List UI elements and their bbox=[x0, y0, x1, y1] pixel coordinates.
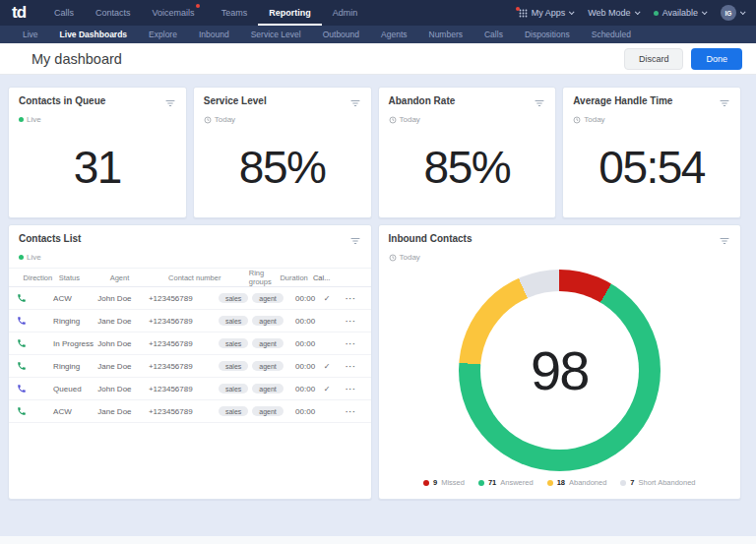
col-agent[interactable]: Agent bbox=[110, 273, 168, 282]
row-more-icon[interactable]: ··· bbox=[339, 362, 362, 371]
my-apps-menu[interactable]: My Apps bbox=[519, 8, 574, 18]
top-navbar: td Calls Contacts Voicemails Teams Repor… bbox=[0, 0, 756, 26]
status-cell: ACW bbox=[53, 407, 97, 416]
filter-icon[interactable] bbox=[349, 233, 361, 251]
topnav-right: My Apps Web Mode Available IG bbox=[519, 5, 744, 21]
clock-icon bbox=[204, 116, 212, 124]
status-cell: In Progress bbox=[53, 339, 97, 348]
chevron-down-icon bbox=[702, 9, 708, 15]
nav-item-contacts[interactable]: Contacts bbox=[85, 0, 142, 26]
call-direction-icon bbox=[17, 361, 53, 371]
col-status[interactable]: Status bbox=[59, 273, 110, 282]
status-cell: Ringing bbox=[53, 317, 97, 326]
user-menu[interactable]: IG bbox=[721, 5, 744, 21]
agent-cell: John Doe bbox=[97, 339, 149, 348]
col-direction[interactable]: Direction bbox=[17, 273, 59, 282]
row-more-icon[interactable]: ··· bbox=[339, 294, 362, 303]
table-row[interactable]: Queued John Doe +123456789 salesagent 00… bbox=[9, 378, 371, 400]
donut-chart[interactable]: 98 bbox=[459, 270, 661, 471]
apps-grid-icon bbox=[519, 9, 528, 18]
row-more-icon[interactable]: ··· bbox=[339, 317, 362, 326]
nav-item-voicemails[interactable]: Voicemails bbox=[142, 0, 211, 26]
contact-number-cell: +123456789 bbox=[149, 317, 219, 326]
call-direction-icon bbox=[17, 316, 53, 326]
ring-group-tag: agent bbox=[252, 316, 284, 326]
subnav-outbound[interactable]: Outbound bbox=[312, 26, 370, 43]
table-row[interactable]: In Progress John Doe +123456789 salesage… bbox=[9, 332, 371, 355]
table-row[interactable]: Ringing Jane Doe +123456789 salesagent 0… bbox=[9, 355, 371, 378]
filter-icon[interactable] bbox=[164, 95, 176, 113]
app-logo[interactable]: td bbox=[12, 3, 26, 23]
contact-number-cell: +123456789 bbox=[149, 294, 219, 303]
filter-icon[interactable] bbox=[719, 233, 730, 251]
table-row[interactable]: ACW John Doe +123456789 salesagent 00:00… bbox=[9, 287, 371, 310]
subnav-calls[interactable]: Calls bbox=[473, 26, 514, 43]
widget-title: Inbound Contacts bbox=[389, 233, 472, 244]
chevron-down-icon bbox=[635, 9, 641, 15]
donut-hole: 98 bbox=[480, 291, 639, 450]
subnav-explore[interactable]: Explore bbox=[138, 26, 188, 43]
done-button[interactable]: Done bbox=[691, 48, 742, 70]
ring-group-tag: sales bbox=[219, 293, 248, 303]
agent-cell: John Doe bbox=[97, 294, 149, 303]
nav-item-reporting[interactable]: Reporting bbox=[258, 0, 322, 26]
widget-contacts-list: Contacts List Live Direction Status Agen… bbox=[8, 224, 372, 500]
col-ring-groups[interactable]: Ring groups bbox=[249, 269, 272, 286]
legend-short-abandoned[interactable]: 7 Short Abandoned bbox=[620, 478, 695, 487]
filter-icon[interactable] bbox=[719, 95, 730, 113]
subnav-service-level[interactable]: Service Level bbox=[240, 26, 312, 43]
subnav-inbound[interactable]: Inbound bbox=[188, 26, 240, 43]
contact-number-cell: +123456789 bbox=[149, 362, 219, 371]
widget-scope: Today bbox=[573, 115, 730, 124]
widget-title: Service Level bbox=[204, 95, 267, 106]
legend-abandoned[interactable]: 18 Abandoned bbox=[547, 478, 607, 487]
contact-number-cell: +123456789 bbox=[149, 407, 219, 416]
legend-missed[interactable]: 9 Missed bbox=[423, 478, 465, 487]
subnav-agents[interactable]: Agents bbox=[370, 26, 417, 43]
chart-area: 98 bbox=[379, 262, 741, 478]
widget-contacts-in-queue: Contacts in Queue Live 31 bbox=[8, 87, 187, 218]
availability-menu[interactable]: Available bbox=[654, 8, 706, 18]
status-cell: Queued bbox=[53, 385, 97, 393]
web-mode-menu[interactable]: Web Mode bbox=[588, 8, 638, 18]
ring-groups-cell: salesagent bbox=[219, 316, 284, 326]
filter-icon[interactable] bbox=[349, 95, 361, 113]
contacts-table: Direction Status Agent Contact number Ri… bbox=[9, 268, 371, 423]
apps-notification-dot bbox=[516, 7, 520, 11]
duration-cell: 00:00 bbox=[284, 385, 315, 393]
widget-scope: Today bbox=[389, 115, 546, 124]
call-direction-icon bbox=[17, 293, 53, 303]
filter-icon[interactable] bbox=[534, 95, 545, 113]
row-more-icon[interactable]: ··· bbox=[339, 339, 362, 348]
row-more-icon[interactable]: ··· bbox=[339, 407, 362, 416]
legend-answered[interactable]: 71 Answered bbox=[478, 478, 534, 487]
discard-button[interactable]: Discard bbox=[624, 48, 684, 70]
widget-service-level: Service Level Today 85% bbox=[193, 87, 372, 218]
widget-average-handle-time: Average Handle Time Today 05:54 bbox=[562, 87, 741, 218]
table-row[interactable]: ACW Jane Doe +123456789 salesagent 00:00… bbox=[9, 400, 371, 423]
legend-dot bbox=[478, 480, 484, 486]
answered-check-icon: ✓ bbox=[315, 362, 339, 371]
col-contact-number[interactable]: Contact number bbox=[168, 273, 249, 282]
subnav-live-dashboards[interactable]: Live Dashboards bbox=[49, 26, 139, 43]
ring-groups-cell: salesagent bbox=[219, 406, 284, 416]
agent-cell: Jane Doe bbox=[97, 317, 149, 326]
live-dot-icon bbox=[19, 117, 24, 122]
subnav-numbers[interactable]: Numbers bbox=[418, 26, 473, 43]
nav-item-teams[interactable]: Teams bbox=[211, 0, 259, 26]
kpi-value: 05:54 bbox=[598, 141, 705, 194]
ring-group-tag: agent bbox=[252, 338, 284, 348]
nav-item-calls[interactable]: Calls bbox=[43, 0, 85, 26]
col-duration[interactable]: Duration bbox=[272, 273, 308, 282]
table-row[interactable]: Ringing Jane Doe +123456789 salesagent 0… bbox=[9, 310, 371, 332]
subnav-scheduled[interactable]: Scheduled bbox=[581, 26, 642, 43]
subnav-dispositions[interactable]: Dispositions bbox=[514, 26, 581, 43]
ring-group-tag: agent bbox=[252, 406, 284, 416]
kpi-value: 85% bbox=[424, 141, 511, 194]
col-call[interactable]: Cal... bbox=[308, 273, 336, 282]
nav-item-admin[interactable]: Admin bbox=[322, 0, 369, 26]
legend-dot bbox=[423, 480, 429, 486]
subnav-live[interactable]: Live bbox=[12, 26, 49, 43]
row-more-icon[interactable]: ··· bbox=[339, 385, 362, 393]
duration-cell: 00:00 bbox=[284, 362, 315, 371]
